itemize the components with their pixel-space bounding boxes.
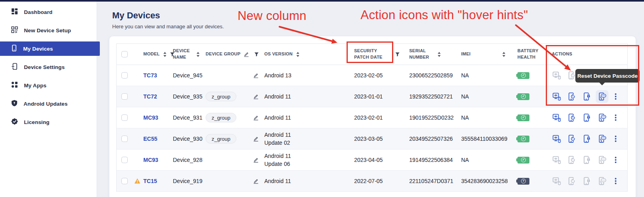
column-header-imei[interactable]: IMEI	[461, 51, 471, 57]
more-actions-icon[interactable]	[615, 180, 616, 182]
serial-number: 19149522506384	[409, 157, 453, 163]
model-link[interactable]: TC72	[143, 93, 157, 100]
sort-icon[interactable]	[502, 52, 505, 57]
more-actions-icon[interactable]	[615, 96, 616, 97]
device-group-chip: z_group	[206, 134, 236, 144]
model-link[interactable]: MC93	[143, 157, 158, 163]
edit-group-icon[interactable]	[253, 94, 259, 99]
filter-icon[interactable]	[395, 52, 400, 57]
reset-passcode-icon[interactable]	[596, 90, 608, 103]
device-name: Device_931	[173, 114, 202, 121]
device-name: Device_945	[173, 72, 202, 79]
sort-icon[interactable]	[196, 52, 200, 57]
column-header-device-name[interactable]: DEVICE NAME	[173, 48, 193, 61]
lock-device-icon[interactable]	[581, 132, 593, 145]
os-version: Android 13	[264, 71, 291, 79]
sidebar-item-label: Device Settings	[24, 64, 65, 70]
column-header-actions: ACTIONS	[552, 51, 572, 57]
reset-passcode-icon[interactable]	[596, 111, 608, 124]
column-header-device-group[interactable]: DEVICE GROUP	[206, 51, 240, 57]
lock-device-icon[interactable]	[581, 90, 593, 103]
qr-code-icon	[11, 26, 18, 35]
sort-icon[interactable]	[163, 52, 166, 57]
annotation-new-column: New column	[238, 9, 307, 23]
reset-passcode-icon[interactable]	[596, 175, 608, 187]
filter-icon[interactable]	[170, 52, 174, 57]
reset-passcode-icon[interactable]	[596, 132, 608, 145]
row-checkbox[interactable]	[121, 72, 128, 79]
edit-group-icon[interactable]	[253, 157, 259, 163]
table-body: TC73 Device_945 Android 13 2023-02-05 23…	[117, 65, 627, 192]
sidebar-item-label: My Devices	[23, 46, 53, 52]
more-actions-icon[interactable]	[615, 138, 616, 140]
security-patch-date: 2023-03-05	[354, 136, 383, 142]
row-checkbox[interactable]	[121, 136, 128, 142]
remote-control-icon[interactable]	[550, 111, 563, 124]
row-checkbox[interactable]	[121, 114, 128, 121]
model-link[interactable]: TC15	[143, 178, 157, 184]
edit-group-icon[interactable]	[253, 136, 259, 142]
column-header-os-version[interactable]: OS VERSION	[264, 51, 293, 57]
remote-control-icon[interactable]	[550, 175, 563, 187]
select-all-checkbox[interactable]	[121, 51, 128, 57]
sidebar-item-device-settings[interactable]: Device Settings	[0, 60, 97, 74]
remote-control-icon[interactable]	[550, 154, 563, 166]
lock-device-icon[interactable]	[581, 154, 593, 166]
model-link[interactable]: EC55	[143, 136, 157, 142]
model-link[interactable]: TC73	[143, 72, 157, 79]
security-patch-date: 2023-04-05	[354, 157, 383, 163]
sidebar-item-my-apps[interactable]: My Apps	[0, 78, 97, 93]
column-header-serial-number[interactable]: SERIAL NUMBER	[409, 48, 434, 61]
column-header-security-patch-date[interactable]: SECURITY PATCH DATE	[354, 48, 392, 61]
more-actions-icon[interactable]	[615, 159, 616, 161]
reset-passcode-icon[interactable]	[596, 154, 608, 166]
reboot-device-icon[interactable]	[565, 175, 578, 187]
table-row: MC93 Device_931 z_group Android 11 2023-…	[117, 107, 627, 128]
lock-device-icon[interactable]	[581, 175, 593, 187]
sidebar-item-dashboard[interactable]: Dashboard	[0, 5, 97, 19]
table-row: EC55 Device_930 z_group Android 11 Updat…	[117, 128, 627, 150]
row-checkbox[interactable]	[121, 157, 128, 163]
reboot-device-icon[interactable]	[565, 90, 578, 103]
sort-icon[interactable]	[296, 52, 299, 57]
reboot-device-icon[interactable]	[565, 154, 578, 166]
sort-icon[interactable]	[438, 52, 441, 57]
edit-group-icon[interactable]	[253, 178, 259, 184]
device-group-chip: z_group	[206, 113, 236, 122]
battery-health-badge: ✓	[517, 157, 529, 164]
battery-health-badge: ✓	[517, 72, 529, 79]
reboot-device-icon[interactable]	[565, 111, 578, 124]
license-badge-icon	[11, 118, 18, 126]
column-header-model[interactable]: MODEL	[143, 51, 160, 57]
imei: NA	[461, 72, 469, 79]
device-name: Device_928	[173, 157, 202, 163]
filter-icon[interactable]	[254, 52, 259, 57]
os-version: Android 11	[264, 177, 291, 185]
remote-control-icon[interactable]	[550, 69, 563, 82]
sidebar-item-licensing[interactable]: Licensing	[0, 115, 97, 129]
edit-group-icon[interactable]	[253, 115, 259, 120]
os-version: Android 11	[264, 93, 291, 100]
warning-icon	[134, 178, 141, 184]
serial-number: 221105247D0371	[409, 178, 453, 184]
sidebar-item-label: My Apps	[24, 83, 46, 89]
remote-control-icon[interactable]	[550, 90, 563, 103]
sidebar-item-android-updates[interactable]: Android Updates	[0, 97, 97, 111]
row-checkbox[interactable]	[121, 93, 128, 100]
lock-device-icon[interactable]	[581, 111, 593, 124]
edit-icon[interactable]	[244, 51, 249, 57]
column-header-battery-health: BATTERY HEALTH	[517, 48, 541, 61]
edit-group-icon[interactable]	[253, 73, 259, 78]
imei: 355584110033069	[461, 136, 507, 142]
security-patch-date: 2023-02-05	[354, 72, 383, 79]
sidebar-item-my-devices[interactable]: My Devices	[0, 41, 100, 56]
remote-control-icon[interactable]	[550, 132, 563, 145]
serial-number: 19293522502721	[409, 93, 453, 100]
sidebar-item-new-device-setup[interactable]: New Device Setup	[0, 23, 97, 37]
row-checkbox[interactable]	[121, 178, 128, 184]
battery-health-badge: ✓	[517, 114, 529, 121]
reboot-device-icon[interactable]	[565, 132, 578, 145]
model-link[interactable]: MC93	[143, 114, 158, 121]
more-actions-icon[interactable]	[615, 117, 616, 118]
serial-number: 20349522507326	[409, 136, 453, 142]
